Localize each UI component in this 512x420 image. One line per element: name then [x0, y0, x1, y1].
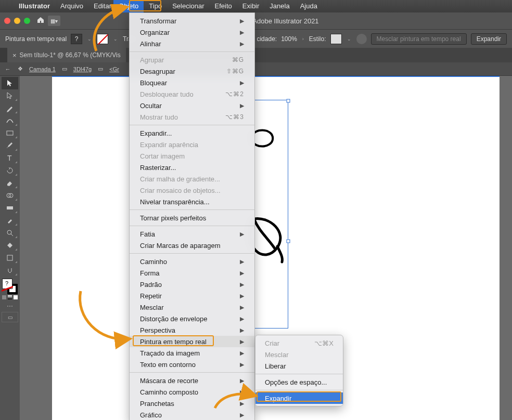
menu-janela[interactable]: Janela — [264, 0, 295, 12]
fullscreen-window-icon[interactable] — [24, 18, 30, 24]
menu-item[interactable]: Distorção de envelope▶ — [130, 313, 254, 324]
menu-item[interactable]: Fatia▶ — [130, 228, 254, 240]
chevron-down-icon[interactable]: ⌄ — [346, 36, 352, 42]
menu-item[interactable]: Bloquear▶ — [130, 77, 254, 88]
active-tool-label: Pintura em tempo real — [5, 35, 67, 43]
recolor-artwork-icon[interactable] — [356, 34, 367, 44]
chevron-down-icon[interactable]: ⌄ — [112, 36, 119, 42]
menu-item[interactable]: Máscara de recorte▶ — [130, 375, 254, 386]
gradient-tool[interactable] — [2, 202, 18, 214]
chevron-down-icon[interactable]: ⌄ — [86, 36, 93, 42]
menu-efeito[interactable]: Efeito — [210, 0, 237, 12]
breadcrumb-layer[interactable]: Camada 1 — [29, 66, 56, 72]
menu-item[interactable]: Tornar pixels perfeitos — [130, 212, 254, 224]
expand-button[interactable]: Expandir — [471, 33, 507, 45]
menu-objeto[interactable]: Objeto — [113, 0, 144, 12]
document-tab[interactable]: × Sem título-1* @ 66,67 % (CMYK/Vis — [7, 48, 126, 62]
svg-rect-7 — [7, 255, 12, 260]
app-name[interactable]: Illustrator — [14, 0, 55, 12]
submenu-item: Mesclar — [255, 349, 343, 360]
zoom-tool[interactable] — [2, 227, 18, 239]
menu-item[interactable]: Repetir▶ — [130, 290, 254, 301]
submenu-item[interactable]: Opções de espaço... — [255, 376, 343, 388]
breadcrumb-group1[interactable]: 3DI47g — [73, 66, 92, 72]
type-tool[interactable]: T — [2, 152, 18, 164]
menu-item[interactable]: Alinhar▶ — [130, 38, 254, 49]
chevron-right-icon[interactable]: › — [301, 36, 305, 42]
layers-icon: ❖ — [17, 65, 24, 73]
hand-tool[interactable] — [2, 264, 18, 277]
menu-item[interactable]: Rasterizar... — [130, 162, 254, 173]
menu-item[interactable]: Forma▶ — [130, 267, 254, 279]
fill-swatch[interactable]: ? — [71, 34, 82, 44]
menu-item[interactable]: Nivelar transparência... — [130, 196, 254, 207]
breadcrumb-group2[interactable]: <Gr — [109, 66, 119, 72]
curvature-tool[interactable] — [2, 114, 18, 127]
direct-selection-tool[interactable] — [2, 89, 18, 102]
menu-item[interactable]: Pintura em tempo real▶ — [130, 336, 254, 347]
color-mode-swatch[interactable] — [2, 295, 6, 299]
graphic-style-swatch[interactable] — [330, 34, 342, 44]
window-controls — [4, 18, 30, 24]
panel-toggle[interactable] — [0, 48, 7, 62]
live-paint-tool[interactable] — [2, 239, 18, 252]
home-icon[interactable] — [36, 16, 45, 26]
app-title-row: ▦▾ Adobe Illustrator 2021 — [0, 12, 512, 29]
menu-editar[interactable]: Editar — [88, 0, 113, 12]
opacity-value[interactable]: 100% — [281, 35, 297, 43]
menu-item[interactable]: Mesclar▶ — [130, 301, 254, 313]
merge-live-paint-button[interactable]: Mesclar pintura em tempo real — [371, 33, 467, 45]
menu-item[interactable]: Caminho composto▶ — [130, 386, 254, 398]
menu-item[interactable]: Ocultar▶ — [130, 100, 254, 111]
menu-item[interactable]: Gráfico▶ — [130, 409, 254, 420]
menu-ajuda[interactable]: Ajuda — [295, 0, 323, 12]
selection-tool[interactable] — [2, 77, 18, 89]
menu-item[interactable]: Padrão▶ — [130, 279, 254, 290]
fill-color-icon[interactable] — [2, 279, 12, 289]
menu-item[interactable]: Transformar▶ — [130, 15, 254, 27]
submenu-item[interactable]: Liberar — [255, 360, 343, 372]
menu-item[interactable]: Organizar▶ — [130, 27, 254, 38]
menu-item[interactable]: Criar Marcas de aparagem — [130, 240, 254, 251]
artboard-tool[interactable] — [2, 252, 18, 264]
menu-item[interactable]: Texto em contorno▶ — [130, 359, 254, 370]
paintbrush-tool[interactable] — [2, 139, 18, 152]
selection-handle[interactable] — [287, 99, 290, 103]
menu-arquivo[interactable]: Arquivo — [55, 0, 88, 12]
menu-item[interactable]: Desagrupar⇧⌘G — [130, 65, 254, 77]
color-mode-swatch[interactable] — [8, 295, 12, 299]
menu-item[interactable]: Caminho▶ — [130, 256, 254, 267]
back-arrow-icon[interactable]: ← — [4, 65, 11, 73]
menu-item[interactable]: Perspectiva▶ — [130, 324, 254, 336]
pen-tool[interactable] — [2, 102, 18, 114]
close-window-icon[interactable] — [4, 18, 10, 24]
minimize-window-icon[interactable] — [14, 18, 20, 24]
live-paint-submenu: Criar⌥⌘XMesclarLiberarOpções de espaço..… — [255, 335, 343, 406]
fill-stroke-colors[interactable] — [2, 279, 18, 294]
rotate-tool[interactable] — [2, 164, 18, 177]
submenu-item: Criar⌥⌘X — [255, 337, 343, 349]
color-mode-swatch[interactable] — [14, 295, 18, 299]
rectangle-tool[interactable] — [2, 127, 18, 139]
svg-point-5 — [7, 230, 11, 234]
submenu-item[interactable]: Expandir — [255, 392, 343, 404]
menu-exibir[interactable]: Exibir — [237, 0, 265, 12]
close-tab-icon[interactable]: × — [12, 51, 17, 59]
workspace-switcher[interactable]: ▦▾ — [48, 16, 60, 26]
more-tools-icon[interactable]: ⋯ — [7, 303, 13, 310]
eraser-tool[interactable] — [2, 177, 18, 189]
eyedropper-tool[interactable] — [2, 214, 18, 227]
svg-text:T: T — [7, 154, 12, 162]
group-icon: ▭ — [61, 65, 68, 73]
stroke-swatch[interactable] — [97, 34, 108, 44]
shape-builder-tool[interactable] — [2, 189, 18, 202]
edit-toolbar-button[interactable]: ▭ — [2, 312, 18, 322]
menu-item[interactable]: Expandir... — [130, 127, 254, 139]
menu-item[interactable]: Pranchetas▶ — [130, 398, 254, 409]
menu-item: Mostrar tudo⌥⌘3 — [130, 111, 254, 123]
menu-item: Agrupar⌘G — [130, 54, 254, 65]
menu-item: Desbloquear tudo⌥⌘2 — [130, 88, 254, 100]
menu-item[interactable]: Traçado da imagem▶ — [130, 347, 254, 359]
menu-tipo[interactable]: Tipo — [144, 0, 167, 12]
menu-selecionar[interactable]: Selecionar — [167, 0, 209, 12]
